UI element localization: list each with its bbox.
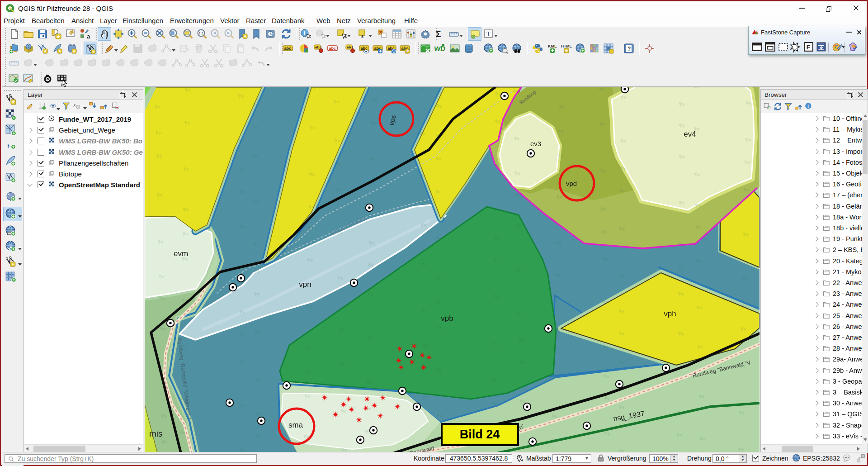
svg-text:1:1: 1:1 bbox=[199, 31, 203, 35]
svg-text:ab: ab bbox=[347, 45, 351, 49]
svg-text:Σ: Σ bbox=[436, 29, 441, 39]
svg-text:i: i bbox=[304, 30, 305, 37]
svg-text:a: a bbox=[87, 33, 90, 39]
svg-text:HTML: HTML bbox=[561, 44, 572, 48]
svg-text:sma: sma bbox=[288, 421, 303, 429]
svg-text:vpn: vpn bbox=[299, 280, 311, 289]
svg-text:T: T bbox=[486, 31, 491, 38]
svg-text:evm: evm bbox=[174, 249, 188, 258]
svg-text:vph: vph bbox=[664, 309, 676, 318]
svg-text:vpd: vpd bbox=[566, 180, 577, 187]
svg-text:F: F bbox=[807, 44, 810, 51]
svg-text:ab: ab bbox=[315, 45, 319, 49]
svg-text:vpb: vpb bbox=[441, 314, 453, 323]
svg-text:abc: abc bbox=[284, 46, 292, 51]
svg-text:ev4: ev4 bbox=[684, 130, 696, 138]
svg-text:Bild 24: Bild 24 bbox=[460, 428, 500, 441]
svg-text:ev3: ev3 bbox=[530, 140, 541, 147]
svg-text:i: i bbox=[807, 104, 809, 109]
svg-text:mis: mis bbox=[149, 429, 163, 438]
svg-text:abc: abc bbox=[329, 46, 336, 51]
svg-text:,: , bbox=[7, 138, 10, 148]
svg-text:KML: KML bbox=[548, 44, 557, 48]
svg-text:ε: ε bbox=[361, 33, 364, 39]
svg-text:ε: ε bbox=[74, 103, 76, 108]
svg-text:?: ? bbox=[627, 46, 631, 52]
svg-text:o: o bbox=[47, 78, 49, 81]
